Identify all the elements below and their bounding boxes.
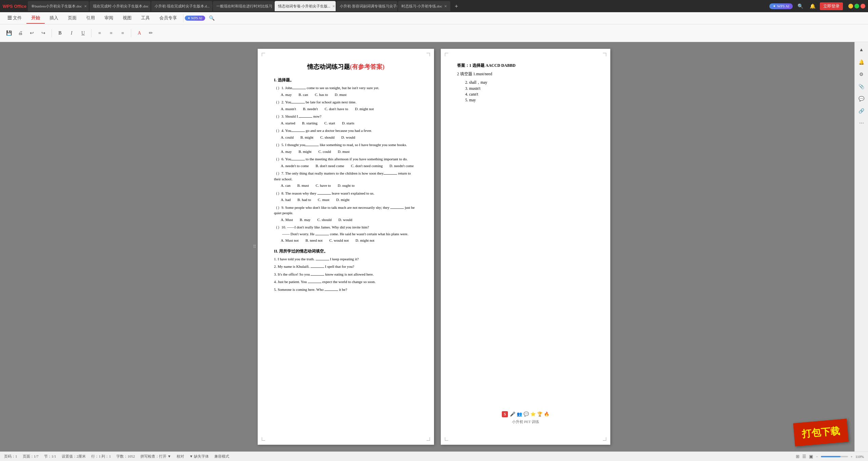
undo-icon[interactable]: ↩ bbox=[27, 28, 37, 38]
missing-font-status[interactable]: ▼ 缺失字体 bbox=[190, 454, 209, 459]
wps-ai-button[interactable]: ✦ WPS AI bbox=[769, 3, 793, 9]
register-button[interactable]: 立即登录 bbox=[820, 2, 843, 10]
redo-icon[interactable]: ↪ bbox=[39, 28, 48, 38]
tab-2[interactable]: 现在完成时·小升初尖子生版本.doc ✕ bbox=[90, 1, 151, 11]
rt-icon-6[interactable]: 🔗 bbox=[856, 106, 867, 116]
question-4: （）4. You go and see a doctor because you… bbox=[274, 128, 418, 140]
tab-1[interactable]: ⑧bunless小升初尖子生版本.doc ✕ bbox=[28, 1, 89, 11]
rt-icon-3[interactable]: ⚙ bbox=[856, 69, 867, 79]
chat-icon: 💬 bbox=[524, 411, 529, 418]
font-color-icon[interactable]: A bbox=[135, 28, 144, 38]
new-tab-button[interactable]: ＋ bbox=[451, 3, 462, 10]
question-7-options: A. can B. must C. have to D. ought to bbox=[281, 183, 418, 188]
title-bar-left: WPS Office bbox=[3, 4, 26, 9]
ribbon-tab-tools[interactable]: 工具 bbox=[136, 13, 155, 24]
tab-3-close[interactable]: ✕ bbox=[212, 4, 212, 8]
question-10: （）10. ——I don't really like James. Why d… bbox=[274, 224, 418, 243]
align-center-icon[interactable]: ≡ bbox=[106, 28, 116, 38]
ribbon-tools: 💾 🖨 ↩ ↪ B I U ≡ ≡ ≡ A ✏ bbox=[0, 24, 868, 42]
rt-icon-4[interactable]: 📎 bbox=[856, 81, 867, 92]
proofreading-status[interactable]: 校对 bbox=[177, 454, 184, 459]
tab-1-close[interactable]: ✕ bbox=[84, 4, 87, 8]
section1-header: I. 选择题。 bbox=[274, 77, 418, 83]
save-icon[interactable]: 💾 bbox=[4, 28, 14, 38]
fill-q1: 1. I have told you the truth. I keep rep… bbox=[274, 256, 418, 262]
tab-5-close[interactable]: ✕ bbox=[332, 4, 335, 8]
view-page-icon[interactable]: ⊞ bbox=[796, 454, 800, 459]
document-title: 情态动词练习题(有参考答案) bbox=[274, 62, 418, 72]
rt-icon-5[interactable]: 💬 bbox=[856, 94, 867, 104]
ribbon-tab-page[interactable]: 页面 bbox=[63, 13, 81, 24]
view-list-icon[interactable]: ☰ bbox=[802, 454, 806, 459]
ribbon-tab-review[interactable]: 审阅 bbox=[100, 13, 118, 24]
tab-7-close[interactable]: ✕ bbox=[444, 4, 447, 8]
question-3-options: A. started B. starting C. start D. start… bbox=[281, 120, 418, 126]
title-bar: WPS Office ⑧bunless小升初尖子生版本.doc ✕ 现在完成时·… bbox=[0, 0, 868, 12]
ribbon-tab-insert[interactable]: 插入 bbox=[45, 13, 63, 24]
group-icon: 👥 bbox=[517, 411, 522, 418]
question-5: （）5. I thought you like something to rea… bbox=[274, 142, 418, 154]
corner2-tr bbox=[603, 53, 606, 56]
tab-7[interactable]: 时态练习·小升初专练.doc ✕ bbox=[398, 1, 450, 11]
ribbon-tab-file[interactable]: ☰ 文件 bbox=[3, 13, 26, 24]
maximize-button[interactable]: □ bbox=[854, 4, 859, 8]
ribbon-search-icon[interactable]: 🔍 bbox=[207, 14, 217, 23]
highlight-icon[interactable]: ✏ bbox=[146, 28, 156, 38]
ribbon-tab-view[interactable]: 视图 bbox=[118, 13, 136, 24]
view-single-icon[interactable]: ▣ bbox=[809, 454, 813, 459]
ribbon-bar: ☰ 文件 开始 插入 页面 引用 审阅 视图 工具 会员专享 ✦ WPS AI … bbox=[0, 12, 868, 42]
rt-icon-7[interactable]: ⋯ bbox=[856, 118, 867, 128]
tab-3[interactable]: 小升初·现在完成时尖子生版本.d... ✕ bbox=[151, 1, 212, 11]
fill-q4: 4. Just be patient. You expect the world… bbox=[274, 279, 418, 285]
align-right-icon[interactable]: ≡ bbox=[118, 28, 127, 38]
zoom-in-icon[interactable]: + bbox=[851, 455, 853, 459]
question-1: （）1. John come to see us tonight, but he… bbox=[274, 85, 418, 97]
section2-header: II. 用所学过的情态动词填空。 bbox=[274, 248, 418, 254]
compatibility-status: 兼容模式 bbox=[214, 454, 229, 459]
view-controls: ⊞ ☰ ▣ − + 110% bbox=[796, 454, 864, 459]
status-section: 页面：1/7 bbox=[23, 454, 39, 459]
download-stamp[interactable]: 打包下载 bbox=[793, 419, 848, 446]
tab-5-active[interactable]: 情态动词专项·小升初尖子生版... ✕ bbox=[275, 1, 336, 11]
question-5-options: A. may B. might C. could D. must bbox=[281, 149, 418, 155]
bold-icon[interactable]: B bbox=[55, 28, 65, 38]
document-page-2: 答案：1 选择题 AACCD DABBD 2 填空题 1.must/need 2… bbox=[441, 49, 610, 445]
footer-icons: 🎤 👥 💬 ⭐ 🏆 🔥 bbox=[510, 411, 549, 418]
rt-icon-1[interactable]: ▲ bbox=[856, 45, 867, 55]
zoom-fill bbox=[821, 456, 841, 457]
tab-4[interactable]: 一般现在时和现在进行时对比练习（... ✕ bbox=[213, 1, 274, 11]
right-toolbar: ▲ 🔔 ⚙ 📎 💬 🔗 ⋯ bbox=[854, 42, 868, 452]
tab-6[interactable]: 小升初·形容词副词调专项练习尖子生版... ✕ bbox=[336, 1, 397, 11]
spell-check-status[interactable]: 拼写检查：打开 ▼ bbox=[140, 454, 171, 459]
ribbon-sep-2 bbox=[52, 29, 52, 37]
close-button[interactable]: ✕ bbox=[861, 4, 865, 8]
corner-br bbox=[427, 437, 430, 441]
main-document-area: ⠿ 情态动词练习题(有参考答案) I. 选择题。 （）1. John come … bbox=[0, 42, 868, 452]
ribbon-wps-ai-button[interactable]: ✦ WPS AI bbox=[185, 16, 205, 21]
ribbon-tab-ref[interactable]: 引用 bbox=[81, 13, 100, 24]
question-9: （）9. Some people who don't like to talk … bbox=[274, 205, 418, 223]
zoom-out-icon[interactable]: − bbox=[816, 455, 818, 459]
ribbon-tab-member[interactable]: 会员专享 bbox=[155, 13, 182, 24]
print-icon[interactable]: 🖨 bbox=[16, 28, 25, 38]
search-icon[interactable]: 🔍 bbox=[795, 1, 805, 11]
fill-answer-5: 5. may bbox=[465, 97, 594, 103]
rt-icon-2[interactable]: 🔔 bbox=[856, 57, 867, 67]
footer-text: 小升初 PET 训练 bbox=[441, 419, 610, 425]
minimize-button[interactable]: — bbox=[848, 4, 853, 8]
wps-ai-icon: ✦ bbox=[773, 4, 776, 8]
italic-icon[interactable]: I bbox=[67, 28, 76, 38]
status-bar: 页码：1 页面：1/7 节：1/1 设置值：2厘米 行：1 列：1 字数：105… bbox=[0, 452, 868, 461]
title-bar-right: ✦ WPS AI 🔍 🔔 立即登录 — □ ✕ bbox=[769, 1, 865, 11]
align-left-icon[interactable]: ≡ bbox=[95, 28, 104, 38]
zoom-bar[interactable] bbox=[821, 456, 848, 457]
ribbon-tab-home[interactable]: 开始 bbox=[26, 13, 45, 24]
corner-tl bbox=[262, 53, 265, 56]
answer-section: 答案：1 选择题 AACCD DABBD 2 填空题 1.must/need 2… bbox=[457, 62, 594, 103]
ribbon-tabs: ☰ 文件 开始 插入 页面 引用 审阅 视图 工具 会员专享 ✦ WPS AI … bbox=[0, 12, 868, 24]
page2-footer: S 🎤 👥 💬 ⭐ 🏆 🔥 小升初 PET 训练 bbox=[441, 411, 610, 424]
underline-icon[interactable]: U bbox=[78, 28, 88, 38]
tab-bar: ⑧bunless小升初尖子生版本.doc ✕ 现在完成时·小升初尖子生版本.do… bbox=[28, 1, 769, 11]
notification-icon[interactable]: 🔔 bbox=[808, 1, 817, 11]
document-page-1: ⠿ 情态动词练习题(有参考答案) I. 选择题。 （）1. John come … bbox=[258, 49, 434, 445]
